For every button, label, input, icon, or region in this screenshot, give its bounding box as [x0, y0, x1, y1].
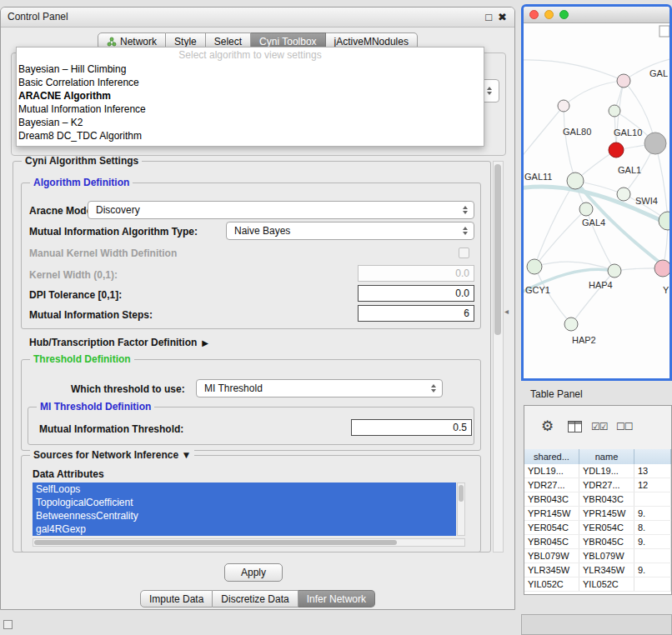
- hub-definition-toggle[interactable]: Hub/Transcription Factor Definition▶: [29, 337, 208, 348]
- column-header-extra[interactable]: [634, 449, 671, 464]
- network-node-gal10[interactable]: [609, 142, 624, 158]
- table-cell: YIL052C: [524, 578, 579, 591]
- float-window-icon[interactable]: □: [485, 10, 492, 24]
- network-node-gal1[interactable]: [617, 188, 630, 201]
- manual-kernel-checkbox[interactable]: [459, 248, 469, 258]
- algorithm-option[interactable]: Basic Correlation Inference: [17, 76, 484, 89]
- table-cell: 13: [634, 464, 671, 478]
- algorithm-option[interactable]: ARACNE Algorithm: [17, 89, 484, 102]
- tab-discretize-data[interactable]: Discretize Data: [213, 590, 298, 608]
- tab-label: Impute Data: [149, 593, 203, 605]
- network-window-titlebar[interactable]: [524, 7, 669, 23]
- network-node-gal11[interactable]: [567, 172, 584, 189]
- network-node-swi4[interactable]: [659, 212, 669, 230]
- network-canvas[interactable]: GAL GAL80 GAL10 GAL11 GAL1 SWI4 GAL4 GCY…: [524, 23, 669, 378]
- table-cell: YDL19...: [579, 464, 634, 478]
- dropdown-prompt: Select algorithm to view settings: [17, 48, 484, 62]
- dropdown-arrows-icon: [460, 227, 470, 235]
- table-cell: YBR045C: [579, 535, 634, 548]
- tab-label: Style: [174, 36, 197, 48]
- table-row[interactable]: YDR27...YDR27...12: [524, 478, 671, 492]
- network-node[interactable]: [654, 260, 669, 277]
- attribute-list-hscrollbar[interactable]: [33, 538, 465, 547]
- algorithm-option[interactable]: Bayesian – Hill Climbing: [17, 62, 484, 76]
- mi-threshold-field[interactable]: 0.5: [351, 419, 472, 436]
- network-node-hap2[interactable]: [564, 318, 578, 331]
- network-node-gcy1[interactable]: [527, 259, 542, 274]
- network-view-window: GAL GAL80 GAL10 GAL11 GAL1 SWI4 GAL4 GCY…: [521, 4, 672, 381]
- algorithm-option[interactable]: Bayesian – K2: [17, 116, 484, 129]
- algorithm-option[interactable]: Mutual Information Inference: [17, 102, 484, 116]
- dropdown-arrows-icon: [429, 384, 439, 392]
- aracne-mode-select[interactable]: Discovery: [88, 201, 474, 219]
- table-cell: YDR27...: [524, 478, 579, 492]
- settings-scrollbar[interactable]: [493, 161, 504, 552]
- mi-steps-field[interactable]: 6: [358, 305, 474, 322]
- node-label: GCY1: [525, 285, 550, 295]
- which-threshold-select[interactable]: MI Threshold: [196, 379, 443, 398]
- dropdown-arrows-icon: [460, 206, 470, 214]
- collapsed-panel-icon[interactable]: [3, 620, 13, 629]
- scrollbar-thumb[interactable]: [459, 485, 464, 502]
- scrollbar-thumb[interactable]: [494, 164, 501, 335]
- attribute-list-vscrollbar[interactable]: [457, 482, 465, 536]
- table-row[interactable]: YDL19...YDL19...13: [524, 464, 671, 478]
- minimize-traffic-light[interactable]: [544, 10, 554, 19]
- deselect-all-icon[interactable]: ☐☐: [616, 421, 633, 432]
- mi-type-select[interactable]: Naive Bayes: [226, 222, 474, 240]
- apply-button[interactable]: Apply: [224, 563, 283, 582]
- sources-group-title[interactable]: Sources for Network Inference ▼: [30, 449, 194, 461]
- close-traffic-light[interactable]: [529, 10, 539, 19]
- table-row[interactable]: YLR345WYLR345W9.: [524, 563, 671, 578]
- tab-impute-data[interactable]: Impute Data: [140, 590, 213, 608]
- data-attribute-item[interactable]: gal4RGexp: [33, 522, 456, 536]
- table-cell: YIL052C: [579, 578, 634, 591]
- tab-infer-network[interactable]: Infer Network: [298, 590, 375, 608]
- data-attribute-item[interactable]: TopologicalCoefficient: [33, 496, 456, 509]
- close-icon[interactable]: ✖: [498, 10, 507, 24]
- control-panel-window: Control Panel □ ✖ Network Style Select C…: [0, 7, 515, 610]
- algorithm-option[interactable]: Dream8 DC_TDC Algorithm: [17, 129, 484, 142]
- control-panel-titlebar[interactable]: Control Panel □ ✖: [1, 8, 514, 28]
- network-node-hap4[interactable]: [608, 264, 621, 278]
- select-all-icon[interactable]: ☑☑: [591, 421, 608, 432]
- splitter-collapse-icon[interactable]: ◂: [504, 307, 509, 316]
- network-node[interactable]: [609, 105, 620, 117]
- column-header-shared-name[interactable]: shared...: [524, 449, 579, 464]
- node-label: GAL10: [614, 128, 642, 138]
- data-attribute-item[interactable]: SelfLoops: [33, 482, 456, 496]
- node-label: HAP2: [572, 335, 596, 345]
- table-row[interactable]: YER054CYER054C8.: [524, 521, 671, 535]
- table-row[interactable]: YPR145WYPR145W9.: [524, 507, 671, 521]
- table-cell: 9.: [634, 507, 671, 520]
- table-cell: 8.: [634, 521, 671, 534]
- table-row[interactable]: YBR045CYBR045C9.: [524, 535, 671, 549]
- dpi-tolerance-field[interactable]: 0.0: [358, 285, 474, 302]
- network-node[interactable]: [644, 132, 666, 154]
- mi-threshold-title: MI Threshold Definition: [37, 401, 154, 412]
- gear-icon[interactable]: ⚙: [541, 418, 554, 435]
- network-node[interactable]: [558, 100, 569, 112]
- network-corner-widget[interactable]: [659, 26, 669, 37]
- table-row[interactable]: YBL079WYBL079W: [524, 549, 671, 563]
- table-row[interactable]: YIL052CYIL052C: [524, 578, 671, 592]
- which-threshold-label: Which threshold to use:: [71, 383, 185, 395]
- algorithm-definition-title: Algorithm Definition: [30, 177, 133, 188]
- table-toolbar: ⚙ ☑☑ ☐☐: [524, 406, 671, 450]
- sources-title-label: Sources for Network Inference: [33, 449, 178, 461]
- columns-icon[interactable]: [568, 421, 582, 432]
- scrollbar-thumb[interactable]: [34, 540, 397, 545]
- mi-type-label: Mutual Information Algorithm Type:: [29, 226, 198, 238]
- table-cell: YBL079W: [579, 549, 634, 562]
- network-node-gal4[interactable]: [579, 202, 593, 216]
- dropdown-arrows-icon: [484, 87, 494, 95]
- network-node[interactable]: [617, 74, 630, 88]
- data-attribute-item[interactable]: BetweennessCentrality: [33, 509, 456, 522]
- kernel-width-field[interactable]: 0.0: [358, 265, 474, 282]
- node-label: GAL: [649, 68, 668, 78]
- zoom-traffic-light[interactable]: [559, 10, 569, 19]
- cyni-settings-title: Cyni Algorithm Settings: [22, 155, 142, 167]
- column-header-name[interactable]: name: [579, 449, 634, 464]
- data-attributes-list[interactable]: SelfLoopsTopologicalCoefficientBetweenne…: [33, 482, 456, 536]
- table-row[interactable]: YBR043CYBR043C: [524, 492, 671, 507]
